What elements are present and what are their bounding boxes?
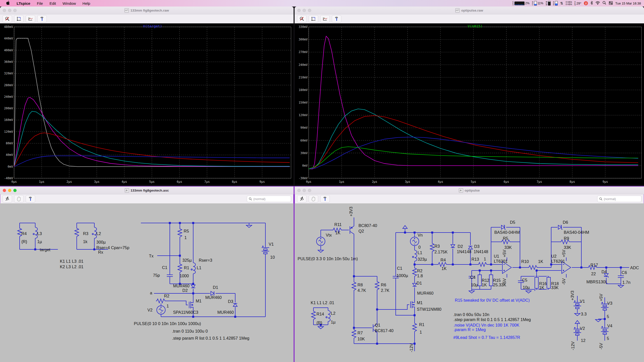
schematic-right: +3V3R111KBC807-40Q2VtxPULSE(0 3.3 0 10n … [295, 203, 644, 362]
run-button[interactable] [297, 195, 307, 203]
minimize-button[interactable] [303, 189, 306, 192]
schematic-label: 25.33K [493, 283, 506, 287]
onepassword-icon[interactable] [584, 1, 588, 5]
zoom-cancel-button[interactable] [297, 15, 307, 23]
menu-edit[interactable]: Edit [47, 1, 59, 6]
zoom-button[interactable] [13, 9, 17, 12]
network-arrows-icon[interactable]: ⇅ [560, 1, 563, 5]
schematic-label: +3V3 [349, 207, 353, 216]
ssd-widget[interactable]: SSD [553, 1, 558, 6]
menu-window[interactable]: Window [60, 1, 79, 6]
wifi-icon[interactable] [595, 1, 600, 6]
plot-settings-button[interactable] [26, 15, 35, 23]
schematic-label: -5V [599, 343, 603, 349]
x-tick-label: 2µs [66, 180, 72, 184]
mem-widget[interactable]: MEM [546, 1, 551, 6]
wire-junction [179, 255, 181, 257]
minimize-button[interactable] [8, 9, 11, 12]
schematic-canvas[interactable]: R4{R}L31µtargetR31kL2300µRser=4 Cpar=75p… [0, 203, 294, 362]
schematic-label: R9 [564, 236, 569, 241]
cpu-widget[interactable]: CPU 2% [512, 1, 530, 6]
hammer-tools-button[interactable] [332, 15, 341, 23]
schematic-label: 10µ [523, 285, 530, 290]
schematic-label: 1µ [331, 320, 336, 324]
waveform-plot-area[interactable]: 330mV300mV270mV240mV210mV180mV150mV120mV… [295, 23, 644, 185]
autorange-button[interactable] [14, 15, 24, 23]
menu-help[interactable]: Help [80, 1, 93, 6]
close-button[interactable] [297, 189, 301, 192]
schematic-label: Tx [149, 254, 154, 258]
schematic-label: D6 [563, 220, 568, 224]
y-tick-label: -40mV [4, 176, 13, 180]
waveform-plot-area[interactable]: 480mV440mV400mV360mV320mV280mV240mV200mV… [0, 23, 294, 185]
traffic-lights[interactable] [297, 187, 311, 194]
sensor-widget[interactable]: SEN 29° [575, 1, 581, 6]
schematic-label: D5 [510, 220, 515, 224]
gpu-widget[interactable]: GPU 11% [532, 1, 543, 6]
schematic-label: C1 [397, 266, 402, 270]
close-button[interactable] [297, 9, 301, 12]
plot-settings-button[interactable] [320, 15, 330, 23]
traffic-lights[interactable] [3, 187, 17, 194]
schematic-label: 75p [153, 273, 160, 278]
schematic-label: 1000 [180, 274, 189, 278]
hammer-tools-button[interactable] [37, 15, 47, 23]
schematic-label: -5V [561, 278, 566, 285]
close-button[interactable] [3, 9, 6, 12]
wire-junction [376, 343, 378, 345]
schematic-label: 2.7K [381, 288, 389, 293]
schematic-label: R17 [590, 263, 598, 267]
plot-title: V(n015) [468, 24, 482, 28]
cpu-graph [514, 2, 525, 5]
search-input[interactable]: (normal) [247, 196, 291, 202]
traffic-lights[interactable] [297, 7, 311, 14]
y-tick-label: 210mV [299, 76, 308, 79]
schematic-label: 1000µ [396, 273, 408, 278]
titlebar[interactable]: 133mm fig8geotech.asc [0, 187, 294, 194]
schematic-label: 1 [484, 257, 486, 261]
bluetooth-icon[interactable] [590, 1, 593, 6]
close-button[interactable] [3, 189, 6, 192]
schematic-toolbar: (normal) [0, 194, 294, 204]
zoom-cancel-button[interactable] [3, 15, 12, 23]
schematic-label: R5 [503, 236, 508, 241]
hand-tool-button[interactable] [309, 195, 318, 203]
spotlight-icon[interactable] [602, 1, 606, 6]
menu-clock[interactable]: Tue 15 Mar 16:38 [615, 2, 641, 5]
traffic-lights[interactable] [3, 7, 17, 14]
schematic-label: R8 [357, 283, 363, 287]
y-tick-label: 0mV [8, 165, 13, 168]
titlebar[interactable]: optipulse.raw [295, 7, 644, 14]
schematic-label: 1N4148 [457, 249, 471, 254]
schematic-left: R4{R}L31µtargetR31kL2300µRser=4 Cpar=75p… [0, 203, 294, 362]
schematic-label: .param R = 1Meg [454, 327, 486, 332]
x-tick-label: 5µs [149, 180, 155, 184]
search-input[interactable]: (normal) [597, 196, 641, 202]
app-menu-ltspice[interactable]: LTspice [14, 1, 33, 6]
hammer-tools-button[interactable] [320, 195, 330, 203]
zoom-button[interactable] [13, 189, 17, 192]
wire-junction [519, 266, 521, 268]
hand-tool-button[interactable] [14, 195, 24, 203]
hammer-tools-button[interactable] [26, 195, 35, 203]
zoom-button[interactable] [308, 189, 311, 192]
schematic-canvas[interactable]: +3V3R111KBC807-40Q2VtxPULSE(0 3.3 0 10n … [295, 203, 644, 362]
x-tick-label: 6µs [504, 180, 509, 184]
minimize-button[interactable] [8, 189, 11, 192]
zoom-button[interactable] [308, 9, 311, 12]
run-button[interactable] [3, 195, 12, 203]
minimize-button[interactable] [303, 9, 306, 12]
titlebar[interactable]: 133mm fig8geotech.raw [0, 7, 294, 14]
wire-junction [179, 222, 181, 224]
apple-menu-icon[interactable] [4, 1, 13, 6]
y-tick-label: 200mV [4, 107, 13, 110]
menu-file[interactable]: File [34, 1, 46, 6]
autorange-button[interactable] [309, 15, 318, 23]
schematic-label: D3 [228, 299, 233, 304]
schematic-label: V3 [607, 301, 612, 305]
control-center-icon[interactable] [609, 1, 613, 6]
titlebar[interactable]: optipulse [295, 187, 644, 194]
schematic-label: target [40, 247, 51, 252]
wire-junction [34, 248, 36, 250]
schematic-label: L2 [331, 311, 335, 315]
